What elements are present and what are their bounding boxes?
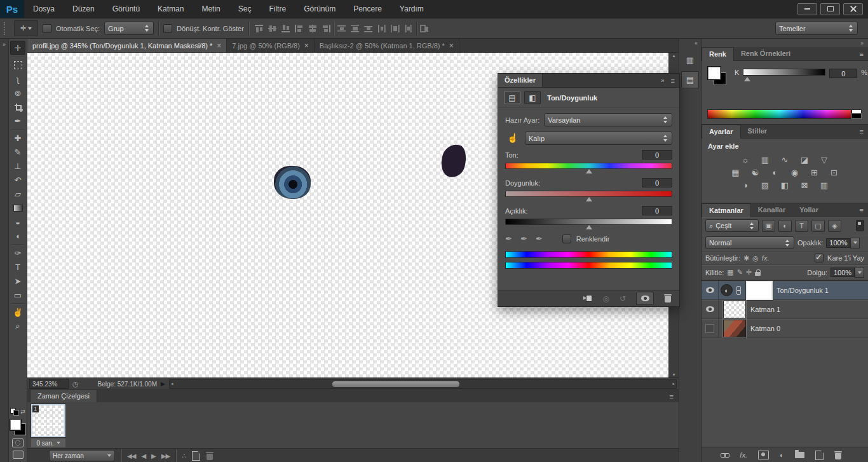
align-bottom-edges-button[interactable] [280, 24, 292, 34]
close-tab-icon[interactable]: × [304, 41, 309, 50]
layer-filtering-toggle[interactable] [856, 220, 864, 231]
layer-row-ton-doygunluk[interactable]: ◐ Ton/Doygunluk 1 [702, 281, 868, 300]
eyedropper-tool[interactable]: ✒ [10, 114, 25, 128]
black-white-icon[interactable]: ◐ [769, 167, 782, 178]
frame-duration-dropdown[interactable]: 0 san. [31, 438, 65, 447]
k-value-field[interactable]: 0 [829, 69, 857, 78]
layer-name[interactable]: Katman 0 [750, 325, 780, 332]
lasso-tool[interactable]: ʅ [10, 72, 25, 86]
filter-adjustment-layers-button[interactable]: ◐ [778, 220, 792, 232]
reset-adjustment-button[interactable]: ↺ [620, 294, 626, 303]
next-frame-button[interactable]: ▶▶ [161, 452, 170, 459]
rectangle-tool[interactable]: ▭ [10, 288, 25, 302]
tab-renk-ornekleri[interactable]: Renk Örnekleri [734, 47, 797, 60]
curves-icon[interactable]: ∿ [778, 154, 791, 165]
opacity-dropdown[interactable]: 100% [826, 238, 860, 248]
color-spectrum-ramp[interactable] [707, 109, 851, 119]
menu-duzen[interactable]: Düzen [64, 0, 104, 18]
menu-goruntu[interactable]: Görüntü [104, 0, 149, 18]
clip-to-layer-button[interactable] [583, 295, 592, 302]
distribute-horizontal-centers-button[interactable] [390, 24, 401, 34]
lock-transparency-button[interactable]: ▦ [727, 268, 733, 276]
new-layer-button[interactable] [815, 451, 824, 460]
layer-mask-thumbnail[interactable] [746, 281, 773, 300]
align-left-edges-button[interactable] [294, 24, 305, 34]
menu-katman[interactable]: Katman [149, 0, 193, 18]
play-button[interactable]: ▶ [151, 452, 156, 459]
properties-titlebar[interactable]: Özellikler » ≡ [498, 74, 679, 88]
auto-align-layers-button[interactable] [419, 24, 430, 34]
blend-mode-dropdown[interactable]: Normal [705, 236, 794, 249]
panel-menu-icon[interactable]: ≡ [860, 50, 864, 58]
minimize-button[interactable] [797, 3, 817, 15]
properties-panel-icon[interactable]: ▤ [681, 71, 699, 88]
horizontal-scrollbar[interactable]: ◂ ▸ [169, 379, 677, 389]
align-horizontal-centers-button[interactable] [307, 24, 318, 34]
tween-button[interactable]: ∴ [182, 452, 186, 460]
auto-select-checkbox[interactable] [43, 24, 51, 33]
delete-frame-button[interactable] [206, 452, 214, 460]
lock-position-button[interactable]: ✛ [746, 268, 752, 276]
hue-slider[interactable] [505, 163, 672, 169]
filter-type-dropdown[interactable]: ⌕ Çeşit [705, 219, 759, 232]
invert-icon[interactable]: ◑ [739, 180, 752, 191]
layer-name[interactable]: Katman 1 [750, 306, 780, 313]
tab-kanallar[interactable]: Kanallar [751, 203, 792, 217]
layer-thumbnail[interactable] [723, 320, 746, 337]
distribute-top-edges-button[interactable] [336, 24, 348, 34]
layer-visibility-toggle[interactable] [702, 300, 719, 318]
layer-thumbnail[interactable] [723, 301, 746, 318]
targeted-adjustment-icon[interactable]: ☝ [505, 133, 520, 144]
eraser-tool[interactable]: ▱ [10, 187, 25, 201]
menu-pencere[interactable]: Pencere [344, 0, 391, 18]
scroll-left-icon[interactable]: ◂ [171, 381, 173, 386]
photo-filter-icon[interactable]: ◉ [789, 167, 801, 178]
layer-visibility-toggle[interactable] [702, 319, 719, 337]
channel-dropdown[interactable]: Kalıp [525, 132, 672, 145]
restore-button[interactable] [820, 3, 840, 15]
colorize-checkbox[interactable] [562, 234, 571, 243]
lightness-value-field[interactable]: 0 [642, 206, 672, 215]
color-swatches[interactable] [10, 419, 26, 435]
tab-katmanlar[interactable]: Katmanlar [702, 203, 751, 217]
foreground-color-swatch[interactable] [10, 419, 22, 431]
menu-sec[interactable]: Seç [229, 0, 261, 18]
vibrance-icon[interactable]: ▽ [818, 154, 831, 165]
tab-ayarlar[interactable]: Ayarlar [702, 125, 741, 139]
type-tool[interactable]: T [10, 260, 25, 274]
threshold-icon[interactable]: ◧ [778, 180, 791, 191]
horizontal-scroll-thumb[interactable] [332, 381, 460, 388]
zoom-level-field[interactable]: 345.23% [29, 379, 69, 389]
current-tool-button[interactable]: ✛ [14, 20, 38, 36]
crop-tool[interactable] [10, 100, 25, 114]
workspace-dropdown[interactable]: Temeller [775, 22, 858, 35]
saturation-slider[interactable] [505, 191, 672, 197]
new-group-button[interactable] [795, 452, 804, 458]
distribute-vertical-centers-button[interactable] [349, 24, 361, 34]
animation-frame-1[interactable]: 1 0 san. [31, 404, 68, 448]
brightness-contrast-icon[interactable]: ☼ [739, 154, 752, 165]
align-vertical-centers-button[interactable] [267, 24, 278, 34]
history-panel-icon[interactable]: ▥ [682, 52, 698, 68]
swap-colors-icon[interactable]: ⇄ [20, 409, 25, 415]
frame-thumbnail[interactable]: 1 [31, 404, 65, 437]
levels-icon[interactable]: ▥ [759, 154, 771, 165]
status-flyout-icon[interactable]: ▶ [161, 381, 165, 387]
layer-row-katman-1[interactable]: Katman 1 [702, 300, 868, 319]
panel-menu-icon[interactable]: ≡ [860, 207, 864, 214]
eyedropper-sample-icon[interactable]: ✒ [505, 234, 512, 243]
timeline-tab[interactable]: Zaman Çizelgesi [30, 390, 97, 402]
tab-yollar[interactable]: Yollar [792, 203, 825, 217]
toggle-visibility-button[interactable] [636, 292, 654, 305]
filter-pixel-layers-button[interactable]: ▣ [762, 220, 775, 232]
gradient-tool[interactable] [10, 201, 25, 215]
panel-menu-icon[interactable]: ≡ [671, 77, 675, 85]
exposure-icon[interactable]: ◪ [798, 154, 811, 165]
color-lookup-icon[interactable]: ⊡ [828, 167, 841, 178]
options-grip[interactable] [4, 22, 8, 35]
zoom-tool[interactable]: ⌕ [10, 319, 25, 333]
screen-mode-button[interactable] [13, 451, 24, 459]
unify-visibility-button[interactable]: ◎ [752, 254, 759, 262]
align-top-edges-button[interactable] [254, 24, 265, 34]
loop-count-dropdown[interactable]: Her zaman [49, 450, 115, 461]
